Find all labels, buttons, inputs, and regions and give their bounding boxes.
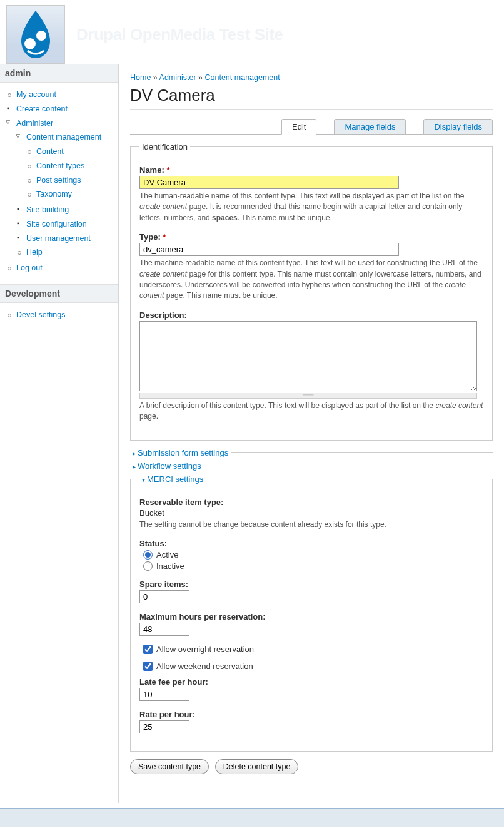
block-title-development: Development: [0, 284, 118, 303]
textarea-grippie-icon[interactable]: ═══: [139, 393, 477, 399]
latefee-label: Late fee per hour:: [139, 677, 483, 687]
spare-field[interactable]: [139, 590, 189, 603]
breadcrumb-home[interactable]: Home: [130, 73, 151, 82]
name-field[interactable]: [139, 176, 399, 189]
sidebar-user-management[interactable]: User management: [26, 234, 91, 243]
breadcrumb-content-management[interactable]: Content management: [205, 73, 280, 82]
latefee-field[interactable]: [139, 688, 189, 701]
reservable-help: The setting cannot be change because con…: [139, 519, 483, 530]
type-label: Type: *: [139, 232, 483, 242]
fieldset-identification: Identification Name: * The human-readabl…: [130, 142, 493, 441]
legend-merci[interactable]: MERCI settings: [147, 474, 203, 484]
drupal-logo[interactable]: [6, 5, 65, 64]
sidebar-devel-settings[interactable]: Devel settings: [16, 310, 66, 319]
tab-manage-fields[interactable]: Manage fields: [334, 119, 406, 135]
type-field[interactable]: [139, 243, 399, 256]
sidebar-help[interactable]: Help: [26, 248, 43, 257]
status-inactive-label: Inactive: [156, 561, 184, 571]
page-title: DV Camera: [130, 86, 493, 110]
delete-button[interactable]: Delete content type: [215, 759, 299, 774]
footer: [0, 808, 504, 827]
block-title-admin: admin: [0, 64, 118, 83]
sidebar-log-out[interactable]: Log out: [16, 263, 43, 272]
name-help: The human-readable name of this content …: [139, 191, 483, 223]
rate-label: Rate per hour:: [139, 710, 483, 719]
name-label: Name: *: [139, 165, 483, 175]
sidebar-content-types[interactable]: Content types: [36, 161, 84, 170]
caret-right-icon: ▸: [133, 463, 136, 470]
status-active-label: Active: [156, 550, 178, 560]
sidebar-site-building[interactable]: Site building: [26, 205, 69, 214]
reservable-label: Reservable item type:: [139, 498, 483, 507]
sidebar-administer[interactable]: Administer: [16, 119, 53, 128]
svg-point-0: [36, 31, 46, 41]
fieldset-submission: ▸Submission form settings: [130, 448, 493, 461]
rate-field[interactable]: [139, 720, 189, 733]
legend-identification: Identification: [139, 142, 190, 151]
weekend-label: Allow weekend reservation: [156, 662, 253, 671]
status-inactive-radio[interactable]: [143, 561, 153, 571]
site-name: Drupal OpenMedia Test Site: [76, 25, 283, 44]
tab-display-fields[interactable]: Display fields: [423, 119, 493, 135]
status-active-radio[interactable]: [143, 550, 153, 560]
fieldset-merci: ▾MERCI settings Reservable item type: Bu…: [130, 474, 493, 752]
type-help: The machine-readable name of this conten…: [139, 258, 483, 302]
sidebar-content[interactable]: Content: [36, 147, 64, 156]
description-help: A brief description of this content type…: [139, 401, 483, 422]
spare-label: Spare items:: [139, 580, 483, 589]
max-field[interactable]: [139, 623, 189, 636]
max-label: Maximum hours per reservation:: [139, 612, 483, 621]
sidebar-content-management[interactable]: Content management: [26, 133, 101, 141]
caret-down-icon: ▾: [142, 476, 145, 483]
breadcrumb-administer[interactable]: Administer: [159, 73, 196, 82]
description-field[interactable]: [139, 321, 477, 391]
overnight-label: Allow overnight reservation: [156, 645, 254, 654]
save-button[interactable]: Save content type: [130, 759, 209, 774]
reservable-value: Bucket: [139, 508, 483, 518]
sidebar-post-settings[interactable]: Post settings: [36, 176, 81, 185]
fieldset-workflow: ▸Workflow settings: [130, 461, 493, 474]
sidebar-create-content[interactable]: Create content: [16, 105, 68, 113]
legend-workflow[interactable]: Workflow settings: [138, 461, 201, 471]
tab-edit[interactable]: Edit: [281, 119, 316, 135]
sidebar-site-configuration[interactable]: Site configuration: [26, 220, 87, 228]
breadcrumb: Home » Administer » Content management: [130, 73, 493, 82]
caret-right-icon: ▸: [133, 450, 136, 457]
description-label: Description:: [139, 310, 483, 320]
sidebar-my-account[interactable]: My account: [16, 90, 56, 99]
legend-submission[interactable]: Submission form settings: [138, 448, 228, 457]
weekend-checkbox[interactable]: [143, 662, 153, 671]
overnight-checkbox[interactable]: [143, 645, 153, 654]
svg-point-1: [24, 38, 36, 49]
status-label: Status:: [139, 539, 483, 548]
sidebar-taxonomy[interactable]: Taxonomy: [36, 190, 72, 198]
